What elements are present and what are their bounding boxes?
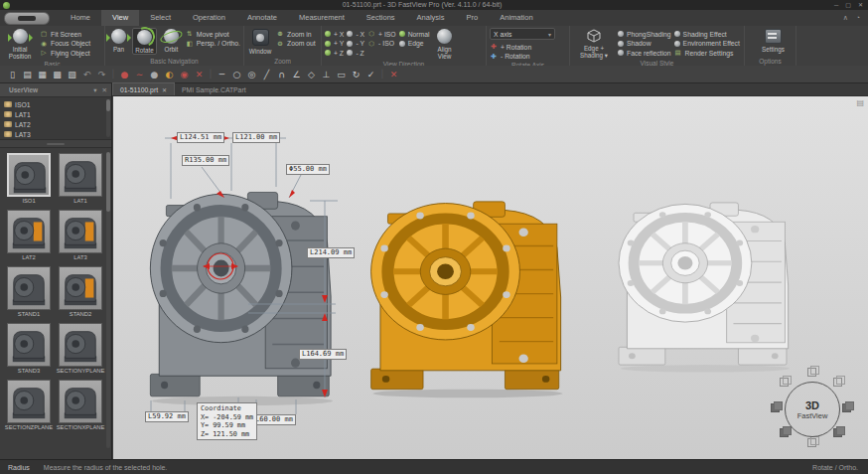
annotate-check-icon[interactable]: ✓: [363, 67, 378, 82]
persp-ortho-button[interactable]: ◧ Persp. / Ortho.: [186, 40, 240, 49]
zoom-in-button[interactable]: ⊕ Zoom in: [276, 30, 316, 39]
close-icon[interactable]: ✕: [858, 0, 863, 10]
render-settings-button[interactable]: ▤ Render Settings: [674, 49, 740, 58]
view-thumbnail[interactable]: SECTIONXPLANE: [58, 380, 103, 431]
view-thumbnail[interactable]: LAT3: [58, 210, 103, 261]
view-minus-y-button[interactable]: - Y: [347, 40, 364, 49]
view-plus-x-button[interactable]: + X: [325, 30, 344, 39]
menu-tab[interactable]: Annotate: [236, 10, 288, 26]
view-thumbnail[interactable]: STAND2: [58, 266, 103, 318]
collapse-ribbon-icon[interactable]: ∧: [843, 14, 848, 22]
separator[interactable]: │: [207, 67, 215, 82]
document-tab[interactable]: PMI Sample.CATPart ✕: [175, 83, 252, 95]
view-minus-iso-button[interactable]: ⬡ - ISO: [367, 40, 396, 49]
view-minus-z-button[interactable]: - Z: [347, 49, 364, 58]
annotate-circle-icon[interactable]: ○: [229, 67, 244, 82]
initial-position-button[interactable]: Initial Position: [3, 28, 37, 60]
help-icon[interactable]: ◔: [856, 14, 860, 22]
zoom-out-button[interactable]: ⊖ Zoom out: [276, 40, 316, 49]
pin-icon[interactable]: ▾: [93, 86, 96, 94]
view-cube-icon[interactable]: [771, 403, 780, 412]
view-cube-icon[interactable]: [807, 368, 816, 377]
separator[interactable]: │: [109, 67, 117, 82]
environment-effect-button[interactable]: Environment Effect: [674, 40, 740, 49]
measure-diameter-icon[interactable]: ◐: [162, 67, 177, 82]
rotate-button[interactable]: Rotate: [132, 28, 157, 55]
view-plus-iso-button[interactable]: ⬡ + ISO: [367, 30, 396, 39]
measure-radius-icon[interactable]: ◉: [177, 67, 192, 82]
view-thumbnail[interactable]: ISO1: [6, 153, 52, 205]
annotate-diamond-icon[interactable]: ◇: [304, 67, 319, 82]
annotate-angle-icon[interactable]: ∠: [289, 67, 304, 82]
view-cube-icon[interactable]: [780, 378, 789, 387]
measure-axis-icon[interactable]: ✕: [192, 67, 207, 82]
align-view-button[interactable]: Align View: [433, 28, 457, 60]
panel-splitter[interactable]: [0, 139, 111, 148]
measure-curve-icon[interactable]: ∼: [132, 67, 147, 82]
view-list-item[interactable]: ISO1: [4, 99, 111, 109]
viewport-canvas[interactable]: L124.51 mm L121.00 mm R135.00 mm Φ55.00 …: [113, 96, 868, 459]
face-reflection-button[interactable]: Face reflection: [618, 49, 671, 58]
view-cube-icon[interactable]: [833, 378, 842, 387]
view-thumbnail[interactable]: LAT1: [58, 153, 103, 205]
view-cube-icon[interactable]: [807, 438, 816, 447]
menu-tab[interactable]: Pro: [456, 10, 490, 26]
menu-tab[interactable]: Measurement: [288, 10, 356, 26]
undo-icon[interactable]: ↶: [79, 67, 94, 82]
dimension-label[interactable]: L121.00 mm: [232, 132, 280, 143]
view-list-item[interactable]: LAT2: [4, 119, 111, 129]
menu-tab[interactable]: View: [101, 10, 139, 26]
new-file-icon[interactable]: ▯: [5, 67, 20, 82]
settings-button[interactable]: Settings: [757, 28, 791, 53]
print-icon[interactable]: ▧: [65, 67, 79, 82]
dimension-label[interactable]: R135.00 mm: [182, 155, 229, 166]
panel-close-icon[interactable]: ✕: [102, 86, 107, 94]
view-cube-icon[interactable]: [842, 403, 851, 412]
menu-tab[interactable]: Select: [139, 10, 182, 26]
menu-tab[interactable]: Animation: [489, 10, 543, 26]
redo-icon[interactable]: ↷: [94, 67, 109, 82]
annotate-ellipse-icon[interactable]: ◎: [244, 67, 259, 82]
view-normal-button[interactable]: Normal: [399, 30, 430, 39]
fit-screen-button[interactable]: ▢ Fit Screen: [40, 30, 90, 39]
orbit-button[interactable]: Orbit: [160, 28, 183, 53]
tab-close-icon[interactable]: ✕: [162, 86, 167, 93]
menu-tab[interactable]: Operation: [182, 10, 236, 26]
annotate-rect-icon[interactable]: ▭: [334, 67, 349, 82]
zoom-window-button[interactable]: Window: [247, 28, 273, 55]
part-view-orange[interactable]: [365, 195, 570, 399]
app-menu-button[interactable]: [4, 12, 50, 25]
minimize-icon[interactable]: ─: [834, 0, 838, 10]
view-list-item[interactable]: LAT1: [4, 109, 111, 119]
menu-tab[interactable]: Home: [60, 10, 101, 26]
minus-rotation-button[interactable]: ✚ - Rotation: [490, 53, 529, 62]
annotate-rotate-icon[interactable]: ↻: [349, 67, 363, 82]
part-view-shaded[interactable]: [145, 185, 340, 407]
document-tab[interactable]: 01-51100.prt ✕: [112, 82, 175, 95]
dimension-label[interactable]: L59.92 mm: [145, 411, 189, 422]
save-all-icon[interactable]: ▩: [50, 67, 65, 82]
view-list-scrollbar[interactable]: [106, 99, 110, 137]
dimension-label[interactable]: L124.51 mm: [177, 132, 224, 143]
phong-shading-button[interactable]: PhongShading: [618, 30, 671, 39]
view-navigation-widget[interactable]: 3D FastView: [767, 368, 858, 451]
coordinate-annotation[interactable]: Coordinate X= -204.59 mm Y= 99.59 mm Z= …: [197, 402, 257, 440]
view-thumbnail[interactable]: STAND3: [6, 323, 52, 375]
thumbnail-scrollbar[interactable]: [106, 152, 110, 448]
dimension-label[interactable]: L164.69 mm: [299, 349, 347, 360]
annotate-diagonal-icon[interactable]: ╱: [259, 67, 274, 82]
shading-effect-button[interactable]: Shading Effect: [674, 30, 740, 39]
part-view-wireframe[interactable]: [614, 197, 796, 374]
dimension-label[interactable]: L60.00 mm: [252, 414, 296, 425]
view-cube-icon[interactable]: [780, 428, 789, 437]
rotate-axis-select[interactable]: X axis ▾: [490, 28, 555, 40]
view-edge-button[interactable]: Edge: [399, 40, 430, 49]
canvas-options-icon[interactable]: ▤: [856, 98, 864, 107]
view-list-item[interactable]: LAT3: [4, 129, 111, 139]
move-pivot-button[interactable]: ⇅ Move pivot: [186, 30, 240, 39]
view-plus-y-button[interactable]: + Y: [325, 40, 344, 49]
plus-rotation-button[interactable]: ✚ + Rotation: [490, 43, 531, 52]
measure-point-icon[interactable]: ●: [117, 67, 132, 82]
flying-object-button[interactable]: ▷ Flying Object: [40, 49, 90, 58]
view-plus-z-button[interactable]: + Z: [325, 49, 344, 58]
